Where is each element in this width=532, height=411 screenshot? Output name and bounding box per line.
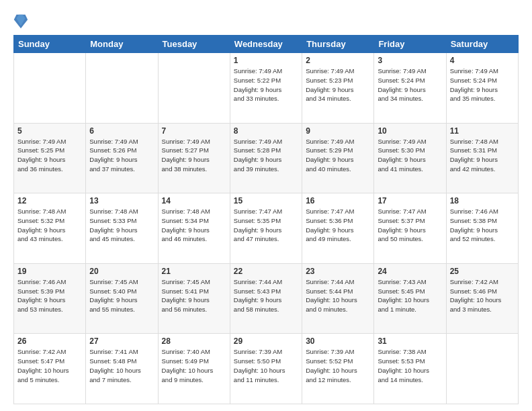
day-info: Sunrise: 7:43 AM Sunset: 5:45 PM Dayligh… bbox=[378, 277, 442, 314]
day-info: Sunrise: 7:44 AM Sunset: 5:43 PM Dayligh… bbox=[234, 277, 298, 314]
calendar-cell: 12Sunrise: 7:48 AM Sunset: 5:32 PM Dayli… bbox=[14, 193, 86, 264]
day-number: 30 bbox=[306, 336, 370, 346]
day-number: 31 bbox=[378, 336, 442, 346]
week-row-2: 5Sunrise: 7:49 AM Sunset: 5:25 PM Daylig… bbox=[14, 123, 519, 193]
calendar-cell: 27Sunrise: 7:41 AM Sunset: 5:48 PM Dayli… bbox=[86, 334, 158, 404]
day-number: 22 bbox=[234, 267, 298, 276]
calendar-cell: 11Sunrise: 7:48 AM Sunset: 5:31 PM Dayli… bbox=[446, 123, 518, 193]
day-info: Sunrise: 7:49 AM Sunset: 5:26 PM Dayligh… bbox=[89, 137, 154, 174]
calendar-cell: 30Sunrise: 7:39 AM Sunset: 5:52 PM Dayli… bbox=[302, 334, 374, 404]
calendar-cell: 8Sunrise: 7:49 AM Sunset: 5:28 PM Daylig… bbox=[230, 123, 302, 193]
day-number: 1 bbox=[234, 56, 298, 65]
weekday-header-wednesday: Wednesday bbox=[230, 36, 302, 53]
day-info: Sunrise: 7:47 AM Sunset: 5:36 PM Dayligh… bbox=[306, 207, 370, 244]
day-number: 19 bbox=[17, 267, 82, 276]
day-info: Sunrise: 7:44 AM Sunset: 5:44 PM Dayligh… bbox=[306, 277, 370, 314]
logo-icon bbox=[13, 12, 28, 30]
week-row-3: 12Sunrise: 7:48 AM Sunset: 5:32 PM Dayli… bbox=[14, 193, 519, 264]
calendar-cell: 20Sunrise: 7:45 AM Sunset: 5:40 PM Dayli… bbox=[86, 263, 158, 334]
calendar-cell: 28Sunrise: 7:40 AM Sunset: 5:49 PM Dayli… bbox=[158, 334, 230, 404]
day-info: Sunrise: 7:47 AM Sunset: 5:37 PM Dayligh… bbox=[378, 207, 442, 244]
day-info: Sunrise: 7:46 AM Sunset: 5:39 PM Dayligh… bbox=[17, 277, 82, 314]
calendar-cell: 18Sunrise: 7:46 AM Sunset: 5:38 PM Dayli… bbox=[446, 193, 518, 264]
calendar-cell: 31Sunrise: 7:38 AM Sunset: 5:53 PM Dayli… bbox=[374, 334, 446, 404]
weekday-header-friday: Friday bbox=[374, 36, 446, 53]
day-number: 5 bbox=[17, 126, 82, 136]
calendar-cell: 13Sunrise: 7:48 AM Sunset: 5:33 PM Dayli… bbox=[86, 193, 158, 264]
week-row-1: 1Sunrise: 7:49 AM Sunset: 5:22 PM Daylig… bbox=[14, 53, 519, 124]
calendar-cell: 15Sunrise: 7:47 AM Sunset: 5:35 PM Dayli… bbox=[230, 193, 302, 264]
day-number: 11 bbox=[450, 126, 515, 136]
calendar-cell: 10Sunrise: 7:49 AM Sunset: 5:30 PM Dayli… bbox=[374, 123, 446, 193]
day-number: 8 bbox=[234, 126, 298, 136]
day-number: 6 bbox=[89, 126, 154, 136]
calendar-cell: 19Sunrise: 7:46 AM Sunset: 5:39 PM Dayli… bbox=[14, 263, 86, 334]
day-number: 15 bbox=[234, 196, 298, 205]
weekday-header-tuesday: Tuesday bbox=[158, 36, 230, 53]
day-number: 3 bbox=[378, 56, 442, 65]
page: SundayMondayTuesdayWednesdayThursdayFrid… bbox=[0, 0, 532, 411]
day-info: Sunrise: 7:45 AM Sunset: 5:40 PM Dayligh… bbox=[89, 277, 154, 314]
day-info: Sunrise: 7:49 AM Sunset: 5:30 PM Dayligh… bbox=[378, 137, 442, 174]
weekday-header-sunday: Sunday bbox=[14, 36, 86, 53]
calendar-cell: 21Sunrise: 7:45 AM Sunset: 5:41 PM Dayli… bbox=[158, 263, 230, 334]
calendar-cell: 17Sunrise: 7:47 AM Sunset: 5:37 PM Dayli… bbox=[374, 193, 446, 264]
day-info: Sunrise: 7:42 AM Sunset: 5:47 PM Dayligh… bbox=[17, 347, 82, 384]
day-number: 12 bbox=[17, 196, 82, 205]
calendar-cell: 5Sunrise: 7:49 AM Sunset: 5:25 PM Daylig… bbox=[14, 123, 86, 193]
calendar-cell: 22Sunrise: 7:44 AM Sunset: 5:43 PM Dayli… bbox=[230, 263, 302, 334]
day-info: Sunrise: 7:40 AM Sunset: 5:49 PM Dayligh… bbox=[162, 347, 226, 384]
header bbox=[13, 12, 519, 30]
day-info: Sunrise: 7:48 AM Sunset: 5:31 PM Dayligh… bbox=[450, 137, 515, 174]
day-info: Sunrise: 7:49 AM Sunset: 5:28 PM Dayligh… bbox=[234, 137, 298, 174]
day-info: Sunrise: 7:49 AM Sunset: 5:27 PM Dayligh… bbox=[162, 137, 226, 174]
week-row-5: 26Sunrise: 7:42 AM Sunset: 5:47 PM Dayli… bbox=[14, 334, 519, 404]
day-number: 17 bbox=[378, 196, 442, 205]
day-info: Sunrise: 7:48 AM Sunset: 5:32 PM Dayligh… bbox=[17, 207, 82, 244]
day-info: Sunrise: 7:48 AM Sunset: 5:34 PM Dayligh… bbox=[162, 207, 226, 244]
day-info: Sunrise: 7:49 AM Sunset: 5:24 PM Dayligh… bbox=[450, 66, 515, 103]
calendar-cell: 9Sunrise: 7:49 AM Sunset: 5:29 PM Daylig… bbox=[302, 123, 374, 193]
calendar-cell: 29Sunrise: 7:39 AM Sunset: 5:50 PM Dayli… bbox=[230, 334, 302, 404]
day-number: 24 bbox=[378, 267, 442, 276]
calendar-cell: 2Sunrise: 7:49 AM Sunset: 5:23 PM Daylig… bbox=[302, 53, 374, 124]
day-number: 14 bbox=[162, 196, 226, 205]
day-info: Sunrise: 7:42 AM Sunset: 5:46 PM Dayligh… bbox=[450, 277, 515, 314]
day-number: 21 bbox=[162, 267, 226, 276]
day-number: 10 bbox=[378, 126, 442, 136]
weekday-header-monday: Monday bbox=[86, 36, 158, 53]
weekday-header-thursday: Thursday bbox=[302, 36, 374, 53]
day-number: 20 bbox=[89, 267, 154, 276]
calendar: SundayMondayTuesdayWednesdayThursdayFrid… bbox=[13, 35, 519, 404]
day-info: Sunrise: 7:45 AM Sunset: 5:41 PM Dayligh… bbox=[162, 277, 226, 314]
day-number: 23 bbox=[306, 267, 370, 276]
calendar-cell: 1Sunrise: 7:49 AM Sunset: 5:22 PM Daylig… bbox=[230, 53, 302, 124]
day-info: Sunrise: 7:49 AM Sunset: 5:22 PM Dayligh… bbox=[234, 66, 298, 103]
calendar-cell: 4Sunrise: 7:49 AM Sunset: 5:24 PM Daylig… bbox=[446, 53, 518, 124]
day-number: 7 bbox=[162, 126, 226, 136]
day-info: Sunrise: 7:39 AM Sunset: 5:50 PM Dayligh… bbox=[234, 347, 298, 384]
day-info: Sunrise: 7:39 AM Sunset: 5:52 PM Dayligh… bbox=[306, 347, 370, 384]
day-info: Sunrise: 7:48 AM Sunset: 5:33 PM Dayligh… bbox=[89, 207, 154, 244]
weekday-header-saturday: Saturday bbox=[446, 36, 518, 53]
weekday-header-row: SundayMondayTuesdayWednesdayThursdayFrid… bbox=[14, 36, 519, 53]
calendar-cell: 6Sunrise: 7:49 AM Sunset: 5:26 PM Daylig… bbox=[86, 123, 158, 193]
day-number: 13 bbox=[89, 196, 154, 205]
day-info: Sunrise: 7:49 AM Sunset: 5:25 PM Dayligh… bbox=[17, 137, 82, 174]
calendar-cell: 25Sunrise: 7:42 AM Sunset: 5:46 PM Dayli… bbox=[446, 263, 518, 334]
calendar-cell: 14Sunrise: 7:48 AM Sunset: 5:34 PM Dayli… bbox=[158, 193, 230, 264]
calendar-cell: 24Sunrise: 7:43 AM Sunset: 5:45 PM Dayli… bbox=[374, 263, 446, 334]
day-number: 28 bbox=[162, 336, 226, 346]
day-number: 25 bbox=[450, 267, 515, 276]
day-info: Sunrise: 7:49 AM Sunset: 5:29 PM Dayligh… bbox=[306, 137, 370, 174]
day-number: 4 bbox=[450, 56, 515, 65]
day-info: Sunrise: 7:47 AM Sunset: 5:35 PM Dayligh… bbox=[234, 207, 298, 244]
day-number: 29 bbox=[234, 336, 298, 346]
day-info: Sunrise: 7:41 AM Sunset: 5:48 PM Dayligh… bbox=[89, 347, 154, 384]
day-info: Sunrise: 7:46 AM Sunset: 5:38 PM Dayligh… bbox=[450, 207, 515, 244]
day-info: Sunrise: 7:49 AM Sunset: 5:24 PM Dayligh… bbox=[378, 66, 442, 103]
calendar-cell: 26Sunrise: 7:42 AM Sunset: 5:47 PM Dayli… bbox=[14, 334, 86, 404]
day-info: Sunrise: 7:38 AM Sunset: 5:53 PM Dayligh… bbox=[378, 347, 442, 384]
calendar-cell: 23Sunrise: 7:44 AM Sunset: 5:44 PM Dayli… bbox=[302, 263, 374, 334]
calendar-cell: 3Sunrise: 7:49 AM Sunset: 5:24 PM Daylig… bbox=[374, 53, 446, 124]
